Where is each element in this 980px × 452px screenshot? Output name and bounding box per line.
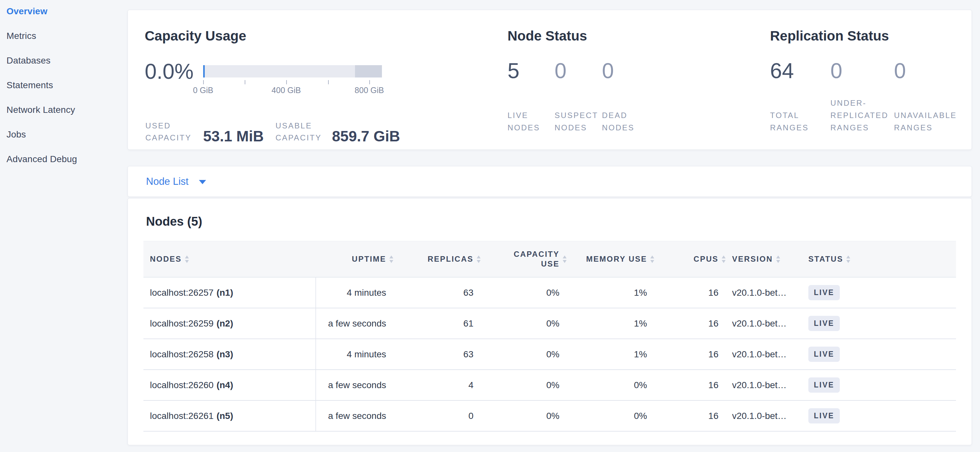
capacity-use-cell: 0% bbox=[480, 370, 566, 400]
replicas-cell: 4 bbox=[393, 370, 480, 400]
memory-use-cell: 1% bbox=[566, 339, 654, 370]
node-status-title: Node Status bbox=[508, 27, 587, 44]
uptime-cell: a few seconds bbox=[316, 401, 393, 431]
replicas-cell: 0 bbox=[393, 401, 480, 431]
column-header-label: MEMORY USE bbox=[586, 255, 647, 263]
axis-tick bbox=[328, 80, 329, 84]
suspect-nodes-value: 0 bbox=[555, 59, 602, 83]
cpus-cell: 16 bbox=[654, 370, 725, 400]
sidebar-item-advanced-debug[interactable]: Advanced Debug bbox=[6, 154, 127, 165]
capacity-stats: USED CAPACITY 53.1 MiB USABLE CAPACITY 8… bbox=[145, 120, 400, 144]
sort-icon[interactable] bbox=[722, 255, 725, 263]
nodes-table: NODES UPTIME REPLICAS CAPACITY USE MEMOR… bbox=[143, 241, 956, 431]
uptime-cell: 4 minutes bbox=[316, 278, 393, 308]
table-row-n3[interactable]: localhost:26258 (n3) 4 minutes 63 0% 1% … bbox=[143, 339, 956, 370]
sort-icon[interactable] bbox=[563, 255, 566, 263]
unavailable-ranges-stat: 0 UNAVAILABLE RANGES bbox=[894, 59, 964, 134]
used-capacity-label: USED CAPACITY bbox=[145, 120, 195, 144]
axis-tick bbox=[286, 80, 287, 84]
memory-use-cell: 1% bbox=[566, 278, 654, 308]
capacity-usage-title: Capacity Usage bbox=[145, 27, 246, 44]
replication-status-title: Replication Status bbox=[770, 27, 889, 44]
column-header-capacity-use[interactable]: CAPACITY USE bbox=[480, 241, 566, 277]
live-nodes-stat: 5 LIVE NODES bbox=[508, 59, 555, 134]
node-address: localhost:26259 bbox=[150, 319, 213, 329]
uptime-cell: 4 minutes bbox=[316, 339, 393, 370]
column-header-replicas[interactable]: REPLICAS bbox=[393, 241, 480, 277]
node-cell: localhost:26261 (n5) bbox=[143, 401, 316, 431]
table-row-n5[interactable]: localhost:26261 (n5) a few seconds 0 0% … bbox=[143, 401, 956, 431]
sidebar-item-statements[interactable]: Statements bbox=[6, 80, 127, 91]
capacity-usage-section: Capacity Usage 0.0% 0 GiB 400 GiB 800 Gi… bbox=[145, 10, 507, 149]
status-cell: LIVE bbox=[802, 339, 956, 370]
capacity-use-cell: 0% bbox=[480, 278, 566, 308]
node-address: localhost:26260 bbox=[150, 380, 213, 390]
status-badge: LIVE bbox=[808, 285, 840, 300]
dead-nodes-label: DEAD NODES bbox=[602, 109, 651, 134]
sidebar-item-overview[interactable]: Overview bbox=[6, 6, 127, 17]
view-selector-card: Node List bbox=[127, 166, 972, 197]
cpus-cell: 16 bbox=[654, 278, 725, 308]
axis-tick bbox=[369, 80, 370, 84]
node-cell: localhost:26260 (n4) bbox=[143, 370, 316, 400]
version-cell: v20.1.0-bet… bbox=[725, 401, 802, 431]
cpus-cell: 16 bbox=[654, 308, 725, 338]
unavailable-ranges-value: 0 bbox=[894, 59, 964, 83]
sort-icon[interactable] bbox=[776, 255, 780, 263]
unavailable-ranges-label: UNAVAILABLE RANGES bbox=[894, 109, 964, 134]
memory-use-cell: 1% bbox=[566, 308, 654, 338]
capacity-usage-bar bbox=[203, 65, 382, 78]
node-address: localhost:26261 bbox=[150, 411, 213, 421]
status-cell: LIVE bbox=[802, 278, 956, 308]
sort-icon[interactable] bbox=[185, 255, 189, 263]
nodes-card: Nodes (5) NODES UPTIME REPLICAS CAPACITY… bbox=[127, 198, 972, 445]
column-header-cpus[interactable]: CPUS bbox=[654, 241, 725, 277]
axis-label-0gib: 0 GiB bbox=[193, 85, 213, 95]
status-cell: LIVE bbox=[802, 401, 956, 431]
replicas-cell: 63 bbox=[393, 339, 480, 370]
cpus-cell: 16 bbox=[654, 401, 725, 431]
node-list-dropdown-label[interactable]: Node List bbox=[146, 176, 189, 187]
sidebar-item-network-latency[interactable]: Network Latency bbox=[6, 105, 127, 116]
status-badge: LIVE bbox=[808, 377, 840, 393]
suspect-nodes-stat: 0 SUSPECT NODES bbox=[555, 59, 602, 134]
table-row-n1[interactable]: localhost:26257 (n1) 4 minutes 63 0% 1% … bbox=[143, 278, 956, 308]
under-replicated-ranges-value: 0 bbox=[830, 59, 894, 83]
sidebar-item-metrics[interactable]: Metrics bbox=[6, 30, 127, 41]
sidebar-item-databases[interactable]: Databases bbox=[6, 55, 127, 66]
table-row-n2[interactable]: localhost:26259 (n2) a few seconds 61 0%… bbox=[143, 308, 956, 339]
total-ranges-stat: 64 TOTAL RANGES bbox=[770, 59, 830, 134]
axis-tick bbox=[203, 80, 204, 84]
axis-label-400gib: 400 GiB bbox=[272, 85, 301, 95]
column-header-nodes[interactable]: NODES bbox=[143, 241, 316, 277]
sidebar: Overview Metrics Databases Statements Ne… bbox=[0, 0, 127, 178]
column-header-uptime[interactable]: UPTIME bbox=[316, 241, 393, 277]
axis-label-800gib: 800 GiB bbox=[355, 85, 384, 95]
sort-icon[interactable] bbox=[650, 255, 654, 263]
cluster-summary-card: Capacity Usage 0.0% 0 GiB 400 GiB 800 Gi… bbox=[127, 10, 972, 150]
sidebar-item-jobs[interactable]: Jobs bbox=[6, 129, 127, 140]
column-header-status[interactable]: STATUS bbox=[802, 241, 956, 277]
node-list-dropdown[interactable]: Node List bbox=[146, 176, 206, 187]
status-badge: LIVE bbox=[808, 408, 840, 423]
under-replicated-ranges-stat: 0 UNDER-REPLICATED RANGES bbox=[830, 59, 894, 134]
sort-icon[interactable] bbox=[390, 255, 393, 263]
column-header-version[interactable]: VERSION bbox=[725, 241, 802, 277]
column-header-memory-use[interactable]: MEMORY USE bbox=[566, 241, 654, 277]
column-header-label: STATUS bbox=[808, 255, 843, 263]
dead-nodes-stat: 0 DEAD NODES bbox=[602, 59, 651, 134]
live-nodes-label: LIVE NODES bbox=[508, 109, 555, 134]
column-header-label: CPUS bbox=[694, 255, 718, 263]
column-header-label: CAPACITY USE bbox=[507, 249, 560, 269]
node-status-section: Node Status 5 LIVE NODES 0 SUSPECT NODES… bbox=[508, 10, 702, 149]
table-row-n4[interactable]: localhost:26260 (n4) a few seconds 4 0% … bbox=[143, 370, 956, 401]
column-header-label: UPTIME bbox=[352, 255, 386, 263]
node-address: localhost:26258 bbox=[150, 349, 213, 360]
sort-icon[interactable] bbox=[846, 255, 850, 263]
total-ranges-label: TOTAL RANGES bbox=[770, 109, 830, 134]
capacity-use-cell: 0% bbox=[480, 339, 566, 370]
sort-icon[interactable] bbox=[477, 255, 480, 263]
node-id: (n2) bbox=[216, 319, 233, 329]
column-header-label: VERSION bbox=[732, 255, 773, 263]
status-cell: LIVE bbox=[802, 370, 956, 400]
